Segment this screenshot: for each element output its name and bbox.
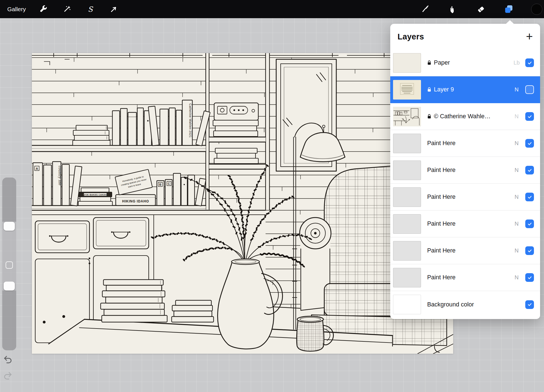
blend-mode-badge[interactable]: N [510, 194, 523, 200]
layer-row[interactable]: Background color [390, 291, 540, 318]
layer-name: Paper [427, 59, 450, 66]
layer-visibility-checkbox[interactable] [525, 112, 534, 121]
blend-mode-badge[interactable]: N [510, 86, 523, 93]
blend-mode-badge[interactable]: Lb [510, 60, 523, 66]
book-letter-b: B [159, 183, 161, 186]
blend-mode-badge[interactable]: N [510, 113, 523, 120]
layer-name: Paint Here [427, 220, 456, 227]
brush-size-slider[interactable] [2, 178, 16, 222]
layers-panel-title: Layers [398, 32, 424, 41]
svg-text:S: S [88, 5, 93, 13]
layer-row[interactable]: Paint HereN [390, 237, 540, 264]
eraser-button[interactable] [475, 3, 487, 15]
brush-opacity-slider[interactable] [2, 291, 16, 350]
layer-visibility-checkbox[interactable] [525, 85, 534, 94]
layer-thumbnail[interactable] [393, 241, 421, 261]
layer-visibility-checkbox[interactable] [525, 246, 534, 255]
transform-button[interactable] [108, 3, 120, 15]
blend-mode-badge[interactable]: N [510, 140, 523, 147]
book-spine-country-life: country life [58, 166, 62, 185]
actions-button[interactable] [37, 3, 49, 15]
layer-visibility-checkbox[interactable] [525, 166, 534, 174]
layer-name: Background color [427, 301, 474, 308]
layer-visibility-checkbox[interactable] [525, 193, 534, 201]
blend-mode-badge[interactable]: N [510, 167, 523, 173]
layer-visibility-checkbox[interactable] [525, 58, 534, 67]
layer-name: Paint Here [427, 247, 456, 254]
brush-sidebar [2, 178, 16, 350]
layer-thumbnail[interactable] [393, 160, 421, 180]
layer-name: Paint Here [427, 274, 456, 281]
layer-row[interactable]: Paint HereN [390, 130, 540, 157]
layer-thumbnail[interactable] [393, 107, 421, 126]
undo-button[interactable] [3, 355, 13, 365]
layer-thumbnail[interactable] [393, 134, 421, 153]
transform-arrow-icon [109, 4, 119, 14]
procreate-workspace: Gallery S [0, 0, 544, 392]
layer-thumbnail[interactable] [393, 295, 421, 314]
brush-icon [420, 4, 430, 14]
layer-visibility-checkbox[interactable] [525, 219, 534, 228]
book-label-zoe: ZOE BAKES CAKES [84, 193, 107, 196]
current-color-swatch [531, 4, 542, 15]
layers-panel: Layers + PaperLbLayer 9N© Catherine Wahl… [390, 24, 540, 319]
layer-row[interactable]: Paint HereN [390, 211, 540, 237]
brush-size-handle[interactable] [4, 222, 15, 231]
gallery-button[interactable]: Gallery [7, 6, 26, 13]
layer-row[interactable]: PaperLb [390, 49, 540, 76]
layer-row[interactable]: Paint HereN [390, 157, 540, 184]
color-button[interactable] [531, 3, 543, 15]
top-toolbar: Gallery S [0, 0, 544, 18]
panel-caret [506, 20, 514, 24]
layers-icon [504, 4, 514, 14]
book-letter-a: A [36, 167, 38, 170]
brush-button[interactable] [419, 3, 431, 15]
layer-thumbnail[interactable] [393, 53, 421, 73]
magic-wand-icon [62, 4, 72, 14]
brush-opacity-handle[interactable] [4, 282, 15, 291]
eraser-icon [476, 4, 486, 14]
layer-visibility-checkbox[interactable] [525, 300, 534, 309]
lock-icon [427, 114, 431, 119]
add-layer-button[interactable]: + [526, 32, 533, 41]
layer-row[interactable]: © Catherine Wahle…N [390, 103, 540, 130]
blend-mode-badge[interactable]: N [510, 274, 523, 281]
layer-list: PaperLbLayer 9N© Catherine Wahle…NPaint … [390, 49, 540, 319]
redo-button[interactable] [3, 371, 13, 381]
blend-mode-badge[interactable]: N [510, 247, 523, 254]
smudge-finger-icon [448, 4, 458, 14]
layer-name: Paint Here [427, 193, 456, 200]
book-spine-catherine: Catherine Wahlen 2021 [189, 103, 192, 138]
layers-button[interactable] [503, 3, 515, 15]
smudge-button[interactable] [447, 3, 459, 15]
layer-visibility-checkbox[interactable] [525, 273, 534, 282]
layer-name: © Catherine Wahle… [427, 113, 491, 120]
layer-row[interactable]: Paint HereN [390, 264, 540, 291]
lock-icon [427, 87, 431, 92]
layer-name: Layer 9 [427, 86, 454, 93]
wrench-icon [39, 4, 48, 14]
layer-visibility-checkbox[interactable] [525, 139, 534, 148]
layer-thumbnail[interactable] [393, 80, 421, 100]
selection-button[interactable]: S [84, 3, 96, 15]
layer-name: Paint Here [427, 140, 456, 147]
layer-thumbnail[interactable] [393, 187, 421, 207]
book-letter-c: C [168, 182, 170, 185]
selection-s-icon: S [86, 4, 95, 14]
book-label-hiking: HIKING IDAHO [122, 199, 149, 203]
layer-row[interactable]: Paint HereN [390, 184, 540, 211]
blend-mode-badge[interactable]: N [510, 221, 523, 227]
layer-name: Paint Here [427, 167, 456, 174]
canvas[interactable]: Catherine Wahlen 2021 A country life ZO [32, 53, 453, 354]
layer-row[interactable]: Layer 9N [390, 76, 540, 103]
adjustments-button[interactable] [61, 3, 73, 15]
lock-icon [427, 60, 431, 65]
layer-thumbnail[interactable] [393, 214, 421, 234]
modify-button[interactable] [6, 261, 13, 269]
layer-thumbnail[interactable] [393, 268, 421, 287]
